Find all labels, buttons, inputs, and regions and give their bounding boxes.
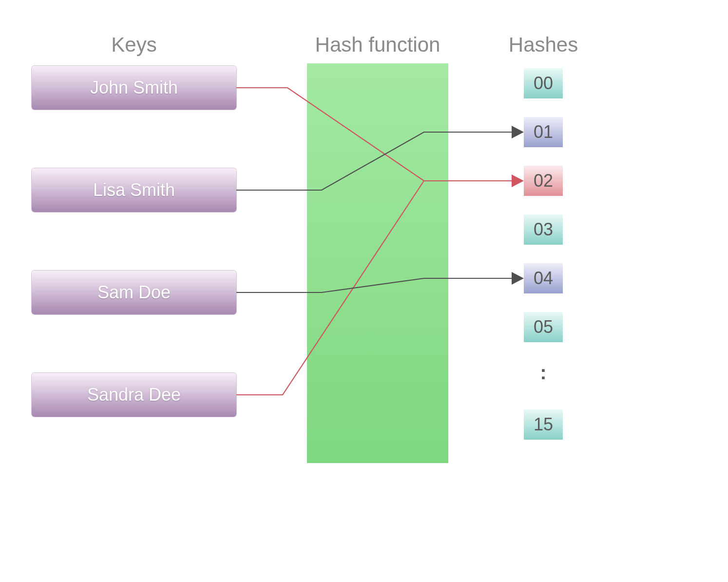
hash-slot-label: 03 [534,219,553,240]
hash-slot-label: 00 [534,73,553,94]
hash-slot-03: 03 [524,214,563,245]
hashes-column-header: Hashes [492,33,594,57]
hash-slot-ellipsis: : [524,362,563,384]
key-box-sam-doe: Sam Doe [32,271,236,314]
arrowhead-icon [512,272,524,285]
hash-slot-label: 05 [534,317,553,337]
hash-slot-label: 15 [534,414,553,435]
key-label: John Smith [90,78,178,98]
hash-slot-label: 04 [534,268,553,289]
hash-slot-00: 00 [524,68,563,98]
hash-slot-label: 01 [534,122,553,142]
hash-slot-15: 15 [524,409,563,440]
hash-function-diagram: Keys Hash function Hashes John Smith Lis… [0,0,728,582]
key-box-lisa-smith: Lisa Smith [32,168,236,212]
hash-slot-04: 04 [524,263,563,293]
arrowhead-icon [512,126,524,138]
key-label: Lisa Smith [93,180,175,200]
hash-slot-05: 05 [524,312,563,342]
key-label: Sam Doe [97,282,171,303]
keys-column-header: Keys [32,33,236,57]
hash-slot-01: 01 [524,117,563,147]
hash-function-header: Hash function [307,33,448,57]
key-label: Sandra Dee [87,385,181,405]
key-box-john-smith: John Smith [32,66,236,110]
hash-function-block [307,63,448,463]
hash-slot-02: 02 [524,166,563,196]
hash-slot-label: 02 [534,171,553,191]
arrowhead-icon [512,175,524,187]
key-box-sandra-dee: Sandra Dee [32,373,236,417]
